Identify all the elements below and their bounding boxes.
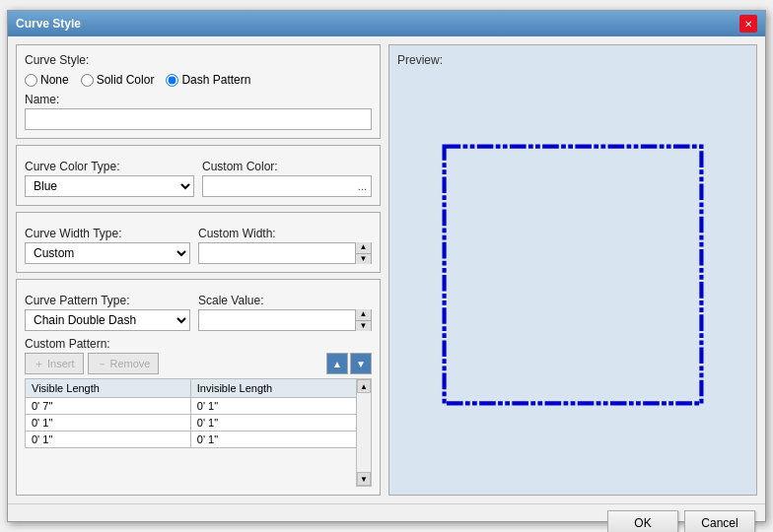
custom-pattern-label: Custom Pattern: — [25, 337, 372, 351]
insert-button[interactable]: ＋ Insert — [25, 353, 84, 374]
custom-width-spin: 4.00 ▲ ▼ — [198, 242, 372, 264]
radio-none[interactable]: None — [25, 73, 69, 87]
spin-down-button[interactable]: ▼ — [355, 254, 371, 265]
preview-panel: Preview: — [388, 44, 757, 496]
insert-icon: ＋ — [34, 357, 44, 371]
invisible-cell: 0' 1" — [190, 432, 371, 448]
color-type-col: Curve Color Type: Blue Red Green Black W… — [25, 154, 194, 197]
left-panel: Curve Style: None Solid Color Dash Patte… — [16, 44, 381, 496]
color-row: Curve Color Type: Blue Red Green Black W… — [25, 154, 372, 197]
pattern-type-label: Curve Pattern Type: — [25, 294, 190, 307]
curve-style-radio-group: None Solid Color Dash Pattern — [25, 73, 372, 87]
scale-spin-up[interactable]: ▲ — [355, 309, 371, 321]
curve-style-section: Curve Style: None Solid Color Dash Patte… — [16, 44, 381, 139]
custom-width-col: Custom Width: 4.00 ▲ ▼ — [198, 221, 372, 264]
curve-style-dialog: Curve Style ✕ Curve Style: None Solid Co… — [7, 10, 766, 522]
pattern-toolbar: ＋ Insert － Remove ▲ ▼ — [25, 353, 372, 374]
pattern-type-col: Curve Pattern Type: Chain Double Dash So… — [25, 288, 190, 331]
radio-solid-color[interactable]: Solid Color — [81, 73, 155, 87]
scrollbar[interactable]: ▲ ▼ — [356, 378, 372, 487]
custom-color-label: Custom Color: — [202, 160, 372, 173]
close-button[interactable]: ✕ — [739, 15, 757, 33]
move-buttons: ▲ ▼ — [326, 353, 372, 374]
remove-icon: － — [97, 357, 107, 371]
scroll-up-arrow[interactable]: ▲ — [357, 379, 371, 393]
col-visible-header: Visible Length — [26, 379, 191, 398]
preview-label: Preview: — [397, 53, 443, 67]
radio-dash-label: Dash Pattern — [181, 73, 250, 87]
visible-cell: 0' 1" — [26, 415, 191, 432]
dialog-content: Curve Style: None Solid Color Dash Patte… — [8, 36, 765, 503]
scale-value-col: Scale Value: 1.00 ▲ ▼ — [198, 288, 372, 331]
radio-solid-label: Solid Color — [97, 73, 155, 87]
visible-cell: 0' 1" — [26, 432, 191, 448]
curve-style-label: Curve Style: — [25, 53, 372, 67]
table-row[interactable]: 0' 7"0' 1" — [26, 398, 372, 415]
width-section: Curve Width Type: Custom Thin Medium Thi… — [16, 212, 381, 273]
col-invisible-header: Invisible Length — [190, 379, 371, 398]
insert-label: Insert — [47, 358, 75, 369]
pattern-table-container: Visible Length Invisible Length 0' 7"0' … — [25, 378, 372, 487]
invisible-cell: 0' 1" — [190, 398, 371, 415]
pattern-table: Visible Length Invisible Length 0' 7"0' … — [25, 378, 372, 448]
custom-width-label: Custom Width: — [198, 227, 372, 240]
spin-up-button[interactable]: ▲ — [355, 242, 371, 254]
name-input[interactable] — [25, 108, 372, 130]
radio-solid-input[interactable] — [81, 74, 94, 87]
color-width-section: Curve Color Type: Blue Red Green Black W… — [16, 145, 381, 206]
name-label: Name: — [25, 93, 372, 106]
scale-value-spin: 1.00 ▲ ▼ — [198, 309, 372, 331]
custom-color-button[interactable]: ... — [202, 175, 372, 197]
spin-buttons: ▲ ▼ — [355, 242, 371, 264]
color-type-select[interactable]: Blue Red Green Black White — [25, 175, 194, 197]
radio-none-input[interactable] — [25, 74, 37, 87]
scale-spin-buttons: ▲ ▼ — [355, 309, 371, 331]
scale-spin-down[interactable]: ▼ — [355, 321, 371, 332]
dialog-footer: OK Cancel — [8, 503, 765, 532]
pattern-type-row: Curve Pattern Type: Chain Double Dash So… — [25, 288, 372, 331]
preview-rect — [445, 147, 702, 404]
table-row[interactable]: 0' 1"0' 1" — [26, 415, 372, 432]
table-row[interactable]: 0' 1"0' 1" — [26, 432, 372, 448]
scroll-down-arrow[interactable]: ▼ — [357, 472, 371, 486]
custom-width-input[interactable]: 4.00 — [199, 244, 355, 262]
ok-button[interactable]: OK — [607, 510, 678, 532]
remove-label: Remove — [110, 358, 151, 369]
visible-cell: 0' 7" — [26, 398, 191, 415]
remove-button[interactable]: － Remove — [88, 353, 160, 374]
pattern-type-select[interactable]: Chain Double Dash Solid Dashed Dotted Ch… — [25, 309, 190, 331]
preview-svg — [409, 75, 737, 475]
scale-value-label: Scale Value: — [198, 294, 372, 307]
custom-color-col: Custom Color: ... — [202, 154, 372, 197]
table-header-row: Visible Length Invisible Length — [26, 379, 372, 398]
pattern-section: Curve Pattern Type: Chain Double Dash So… — [16, 279, 381, 496]
move-down-button[interactable]: ▼ — [350, 353, 372, 374]
radio-dash-pattern[interactable]: Dash Pattern — [166, 73, 250, 87]
radio-none-label: None — [40, 73, 69, 87]
cancel-button[interactable]: Cancel — [684, 510, 755, 532]
preview-canvas — [409, 75, 737, 475]
dialog-title: Curve Style — [16, 17, 81, 31]
width-type-select[interactable]: Custom Thin Medium Thick — [25, 242, 190, 264]
move-up-button[interactable]: ▲ — [326, 353, 348, 374]
color-type-label: Curve Color Type: — [25, 160, 194, 173]
invisible-cell: 0' 1" — [190, 415, 371, 432]
custom-color-dots: ... — [358, 180, 367, 192]
width-type-col: Curve Width Type: Custom Thin Medium Thi… — [25, 221, 190, 264]
pattern-table-scroll[interactable]: Visible Length Invisible Length 0' 7"0' … — [25, 378, 372, 487]
scale-value-input[interactable]: 1.00 — [199, 311, 355, 329]
radio-dash-input[interactable] — [166, 74, 178, 87]
title-bar: Curve Style ✕ — [8, 11, 765, 36]
width-type-label: Curve Width Type: — [25, 227, 190, 240]
width-row: Curve Width Type: Custom Thin Medium Thi… — [25, 221, 372, 264]
